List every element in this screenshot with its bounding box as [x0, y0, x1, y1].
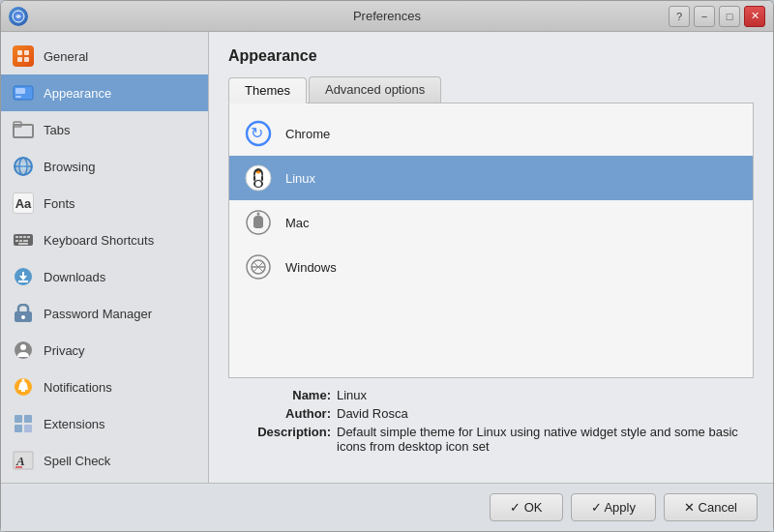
sidebar-item-extensions[interactable]: Extensions [1, 405, 208, 442]
spellcheck-icon: A [13, 450, 34, 471]
info-name-row: Name: Linux [244, 388, 738, 402]
sidebar-label-tabs: Tabs [44, 123, 70, 137]
preferences-window: Preferences ? − □ ✕ [0, 0, 774, 532]
tab-advanced-options[interactable]: Advanced options [309, 76, 441, 103]
theme-label-chrome: Chrome [285, 127, 330, 141]
svg-rect-30 [21, 390, 25, 392]
sidebar-label-appearance: Appearance [44, 86, 111, 101]
windows-theme-icon [243, 251, 274, 282]
sidebar-item-privacy[interactable]: Privacy [1, 332, 208, 369]
sidebar-label-fonts: Fonts [44, 196, 75, 211]
svg-rect-1 [17, 50, 22, 55]
mac-theme-icon [243, 207, 274, 238]
password-icon [13, 303, 34, 324]
browsing-icon [13, 156, 34, 177]
sidebar-item-spell-check[interactable]: A Spell Check [1, 442, 208, 479]
name-value: Linux [337, 388, 367, 402]
svg-rect-7 [15, 96, 21, 98]
svg-text:↻: ↻ [251, 125, 263, 141]
sidebar-item-fonts[interactable]: Aa Fonts [1, 185, 208, 222]
svg-rect-2 [24, 50, 29, 55]
extensions-icon [13, 413, 34, 434]
svg-point-50 [256, 171, 260, 174]
theme-label-linux: Linux [285, 171, 315, 186]
theme-label-mac: Mac [285, 216, 310, 230]
svg-point-47 [255, 181, 261, 187]
theme-row-chrome[interactable]: ↻ Chrome [229, 111, 753, 156]
downloads-icon [13, 266, 34, 287]
titlebar: Preferences ? − □ ✕ [1, 1, 773, 32]
theme-row-mac[interactable]: Mac [229, 200, 753, 245]
tab-themes[interactable]: Themes [228, 77, 307, 103]
sidebar-item-browsing[interactable]: Browsing [1, 148, 208, 185]
theme-row-linux[interactable]: Linux [229, 156, 753, 200]
svg-rect-6 [15, 88, 25, 94]
svg-point-31 [22, 379, 25, 382]
sidebar-label-privacy: Privacy [44, 343, 85, 358]
sidebar-label-browsing: Browsing [44, 160, 95, 174]
titlebar-left [9, 7, 28, 26]
sidebar-item-keyboard-shortcuts[interactable]: Keyboard Shortcuts [1, 222, 208, 258]
theme-label-windows: Windows [285, 260, 337, 275]
svg-rect-33 [24, 415, 32, 423]
sidebar-item-password-manager[interactable]: Password Manager [1, 295, 208, 332]
maximize-button[interactable]: □ [719, 6, 740, 27]
description-value: Default simple theme for Linux using nat… [337, 425, 738, 454]
chrome-theme-icon: ↻ [243, 118, 274, 149]
theme-row-windows[interactable]: Windows [229, 245, 753, 289]
sidebar-label-downloads: Downloads [44, 270, 105, 284]
svg-point-52 [257, 213, 260, 216]
svg-rect-32 [15, 415, 22, 423]
sidebar-item-notifications[interactable]: Notifications [1, 369, 208, 405]
svg-rect-18 [27, 236, 30, 238]
svg-point-13 [15, 158, 32, 175]
author-value: David Rosca [337, 406, 408, 421]
sidebar-item-appearance[interactable]: Appearance [1, 74, 208, 111]
titlebar-controls: ? − □ ✕ [669, 6, 765, 27]
sidebar-label-general: General [44, 49, 88, 64]
cancel-button[interactable]: ✕ Cancel [664, 493, 758, 521]
svg-rect-35 [24, 425, 32, 432]
sidebar-label-notifications: Notifications [44, 380, 112, 395]
svg-rect-19 [15, 240, 18, 242]
svg-rect-16 [19, 236, 22, 238]
minimize-button[interactable]: − [694, 6, 715, 27]
svg-rect-22 [18, 243, 28, 245]
sidebar-label-extensions: Extensions [44, 417, 105, 431]
apply-button[interactable]: ✓ Apply [571, 493, 656, 521]
footer: ✓ OK ✓ Apply ✕ Cancel [1, 483, 773, 531]
close-button[interactable]: ✕ [744, 6, 765, 27]
tabs-icon [13, 119, 34, 140]
tabs-bar: Themes Advanced options [228, 76, 754, 103]
svg-rect-21 [23, 240, 28, 242]
svg-rect-48 [253, 176, 255, 181]
svg-point-28 [20, 344, 26, 350]
sidebar-label-keyboard-shortcuts: Keyboard Shortcuts [44, 233, 154, 248]
svg-rect-49 [261, 176, 263, 181]
theme-list: ↻ Chrome [229, 111, 753, 289]
fonts-icon: Aa [13, 192, 34, 214]
ok-button[interactable]: ✓ OK [490, 493, 562, 521]
help-button[interactable]: ? [669, 6, 690, 27]
sidebar-item-downloads[interactable]: Downloads [1, 258, 208, 295]
svg-rect-17 [23, 236, 26, 238]
sidebar: General Appearance [1, 32, 209, 483]
notifications-icon [13, 376, 34, 398]
linux-theme-icon [243, 163, 274, 193]
svg-rect-4 [24, 57, 29, 62]
sidebar-item-tabs[interactable]: Tabs [1, 111, 208, 148]
appearance-icon [13, 82, 34, 103]
app-icon [9, 7, 28, 26]
sidebar-item-general[interactable]: General [1, 38, 208, 74]
svg-rect-15 [15, 236, 18, 238]
main-content: Appearance Themes Advanced options ↻ [209, 32, 773, 483]
content-area: General Appearance [1, 32, 773, 483]
sidebar-label-spell-check: Spell Check [44, 454, 110, 468]
name-label: Name: [244, 388, 331, 402]
author-label: Author: [244, 406, 331, 421]
page-title: Appearance [228, 47, 754, 65]
info-author-row: Author: David Rosca [244, 406, 738, 421]
svg-rect-3 [17, 57, 22, 62]
description-label: Description: [244, 425, 331, 454]
svg-rect-20 [19, 240, 22, 242]
